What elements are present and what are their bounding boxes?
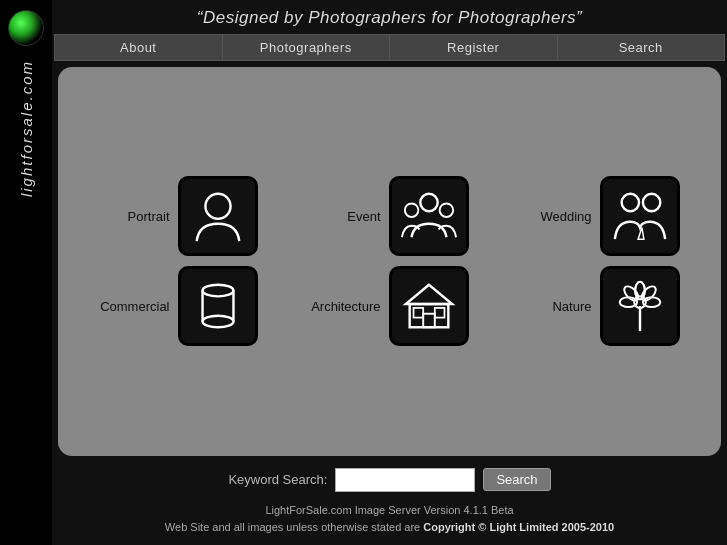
- category-architecture-group: Architecture: [311, 266, 469, 346]
- svg-point-4: [621, 194, 638, 211]
- nav-photographers[interactable]: Photographers: [223, 35, 391, 60]
- category-event-group: Event: [311, 176, 469, 256]
- svg-rect-14: [434, 308, 444, 318]
- category-wedding-label: Wedding: [522, 209, 592, 224]
- category-portrait-label: Portrait: [100, 209, 170, 224]
- search-button[interactable]: Search: [483, 468, 550, 491]
- architecture-svg: [400, 277, 458, 335]
- category-commercial-group: Commercial: [100, 266, 258, 346]
- footer-line1: LightForSale.com Image Server Version 4.…: [52, 502, 727, 520]
- footer-line2: Web Site and all images unless otherwise…: [52, 519, 727, 537]
- navigation-bar: About Photographers Register Search: [54, 34, 725, 61]
- category-wedding-group: Wedding: [522, 176, 680, 256]
- svg-point-0: [205, 194, 230, 219]
- category-row-2: Commercial Architecture: [78, 266, 701, 346]
- footer-line2-pre: Web Site and all images unless otherwise…: [165, 521, 423, 533]
- category-portrait-group: Portrait: [100, 176, 258, 256]
- svg-marker-10: [405, 285, 451, 304]
- nav-about[interactable]: About: [55, 35, 223, 60]
- category-grid: Portrait Event: [58, 67, 721, 456]
- nav-register[interactable]: Register: [390, 35, 558, 60]
- nav-search[interactable]: Search: [558, 35, 725, 60]
- category-row-1: Portrait Event: [78, 176, 701, 256]
- category-nature-icon[interactable]: [600, 266, 680, 346]
- category-wedding-icon[interactable]: [600, 176, 680, 256]
- tagline: “Designed by Photographers for Photograp…: [52, 0, 727, 34]
- category-architecture-icon[interactable]: [389, 266, 469, 346]
- main-content: “Designed by Photographers for Photograp…: [52, 0, 727, 545]
- sidebar-brand-text: lightforsale.com: [18, 60, 35, 197]
- keyword-search-area: Keyword Search: Search: [52, 458, 727, 498]
- svg-rect-12: [423, 314, 435, 328]
- keyword-search-label: Keyword Search:: [228, 472, 327, 487]
- sidebar: lightforsale.com: [0, 0, 52, 545]
- svg-point-21: [621, 284, 640, 303]
- portrait-svg: [189, 187, 247, 245]
- category-commercial-label: Commercial: [100, 299, 170, 314]
- commercial-svg: [189, 277, 247, 335]
- category-event-icon[interactable]: [389, 176, 469, 256]
- category-nature-label: Nature: [522, 299, 592, 314]
- nature-svg: [611, 277, 669, 335]
- svg-point-5: [642, 194, 659, 211]
- svg-point-2: [404, 204, 418, 218]
- footer-copyright: Copyright © Light Limited 2005-2010: [423, 521, 614, 533]
- category-architecture-label: Architecture: [311, 299, 381, 314]
- keyword-search-input[interactable]: [335, 468, 475, 492]
- svg-point-3: [439, 204, 453, 218]
- category-commercial-icon[interactable]: [178, 266, 258, 346]
- event-svg: [400, 187, 458, 245]
- category-portrait-icon[interactable]: [178, 176, 258, 256]
- svg-point-1: [420, 194, 437, 211]
- svg-rect-13: [413, 308, 423, 318]
- svg-point-6: [202, 285, 233, 297]
- site-logo: [8, 10, 44, 46]
- category-nature-group: Nature: [522, 266, 680, 346]
- category-event-label: Event: [311, 209, 381, 224]
- svg-point-22: [639, 284, 658, 303]
- footer: LightForSale.com Image Server Version 4.…: [52, 498, 727, 545]
- wedding-svg: [611, 187, 669, 245]
- svg-point-9: [202, 316, 233, 328]
